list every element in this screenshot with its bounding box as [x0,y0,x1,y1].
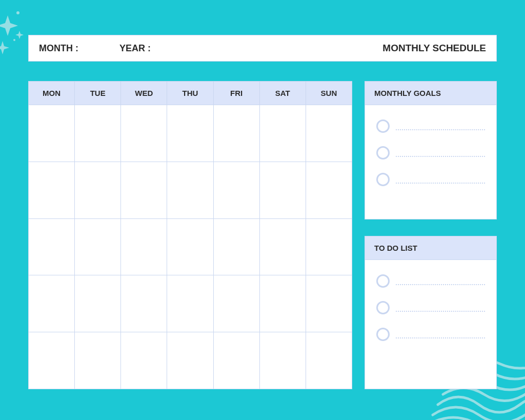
main-content: MON TUE WED THU FRI SAT SUN [28,81,497,389]
month-label[interactable]: MONTH : [39,43,78,54]
calendar-cell[interactable] [75,275,121,332]
calendar-cell[interactable] [29,219,75,275]
calendar-cell[interactable] [306,332,352,389]
day-header-wed: WED [121,82,167,105]
monthly-goals-body [365,105,496,219]
calendar-cell[interactable] [121,219,167,275]
calendar-header-row: MON TUE WED THU FRI SAT SUN [29,82,352,105]
monthly-goals-header: MONTHLY GOALS [365,82,496,105]
dotted-line [396,337,485,338]
calendar-row [29,275,352,332]
day-header-tue: TUE [75,82,121,105]
svg-point-0 [16,11,19,14]
calendar-cell[interactable] [29,275,75,332]
calendar-cell[interactable] [260,162,306,218]
calendar-cell[interactable] [260,105,306,162]
calendar-row [29,332,352,389]
calendar-cell[interactable] [167,162,213,218]
schedule-title: MONTHLY SCHEDULE [382,43,486,54]
calendar-cell[interactable] [75,105,121,162]
svg-point-2 [13,39,15,41]
calendar-row [29,105,352,162]
dotted-line [396,129,485,130]
calendar-panel: MON TUE WED THU FRI SAT SUN [28,81,352,389]
calendar-cell[interactable] [306,105,352,162]
day-header-sat: SAT [260,82,306,105]
calendar-cell[interactable] [121,275,167,332]
calendar-cell[interactable] [214,219,260,275]
dotted-line [396,284,485,285]
calendar-cell[interactable] [214,275,260,332]
side-panels: MONTHLY GOALS TO DO LIST [365,81,497,389]
calendar-body [29,105,352,389]
calendar-cell[interactable] [121,105,167,162]
goal-item[interactable] [376,173,485,186]
calendar-cell[interactable] [167,275,213,332]
calendar-cell[interactable] [75,332,121,389]
monthly-goals-panel: MONTHLY GOALS [365,81,497,219]
calendar-cell[interactable] [167,219,213,275]
checkbox-circle-icon[interactable] [376,146,390,159]
day-header-fri: FRI [214,82,260,105]
checkbox-circle-icon[interactable] [376,173,390,186]
dotted-line [396,311,485,312]
checkbox-circle-icon[interactable] [376,328,390,341]
checkbox-circle-icon[interactable] [376,119,390,133]
day-header-sun: SUN [306,82,352,105]
year-label[interactable]: YEAR : [119,43,151,54]
calendar-cell[interactable] [29,162,75,218]
checkbox-circle-icon[interactable] [376,274,390,288]
todo-list-body [365,260,496,389]
calendar-cell[interactable] [121,162,167,218]
calendar-cell[interactable] [306,275,352,332]
calendar-cell[interactable] [260,332,306,389]
dotted-line [396,156,485,157]
calendar-cell[interactable] [214,332,260,389]
calendar-cell[interactable] [29,332,75,389]
calendar-cell[interactable] [121,332,167,389]
todo-item[interactable] [376,328,485,341]
day-header-thu: THU [167,82,213,105]
todo-list-header: TO DO LIST [365,236,496,260]
goal-item[interactable] [376,146,485,159]
calendar-cell[interactable] [75,162,121,218]
calendar-row [29,219,352,276]
todo-list-panel: TO DO LIST [365,236,497,389]
todo-item[interactable] [376,301,485,314]
calendar-cell[interactable] [29,105,75,162]
calendar-cell[interactable] [306,219,352,275]
calendar-cell[interactable] [306,162,352,218]
calendar-cell[interactable] [167,332,213,389]
goal-item[interactable] [376,119,485,133]
calendar-cell[interactable] [167,105,213,162]
calendar-cell[interactable] [260,275,306,332]
day-header-mon: MON [29,82,75,105]
dotted-line [396,183,485,184]
checkbox-circle-icon[interactable] [376,301,390,314]
calendar-cell[interactable] [214,105,260,162]
calendar-row [29,162,352,219]
calendar-cell[interactable] [214,162,260,218]
header-bar: MONTH : YEAR : MONTHLY SCHEDULE [28,35,497,62]
calendar-cell[interactable] [75,219,121,275]
calendar-cell[interactable] [260,219,306,275]
todo-item[interactable] [376,274,485,288]
